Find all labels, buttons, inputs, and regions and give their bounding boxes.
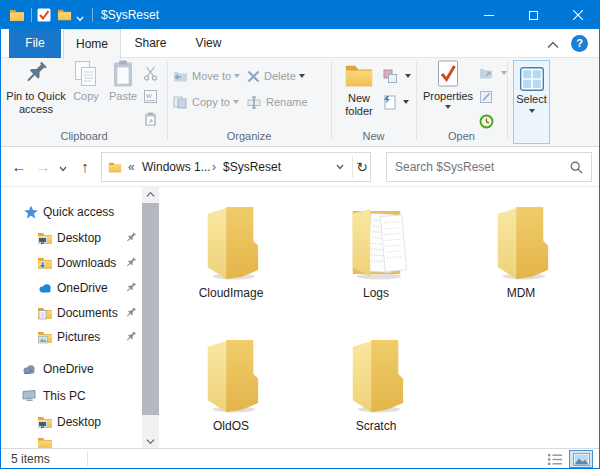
help-button[interactable]: ? [571,35,588,52]
file-item-scratch[interactable]: Scratch [321,332,431,433]
address-bar[interactable]: « Windows 1... › $SysReset ↻ [101,152,371,182]
close-button[interactable] [555,1,600,29]
qat-new-folder-icon[interactable] [57,7,72,25]
new-item-button[interactable] [383,66,411,86]
desktop-folder-icon [37,414,53,430]
address-toolbar: ← → ↑ « Windows 1... › $SysReset ↻ [1,147,599,187]
scroll-down-button[interactable] [142,434,159,448]
select-grid-icon [520,67,544,91]
explorer-window: $SysReset File Home Share View ? Pin to … [0,0,600,469]
file-label: Scratch [321,419,431,433]
file-item-mdm[interactable]: MDM [466,199,576,300]
forward-button[interactable]: → [33,157,53,177]
chevron-down-icon [59,166,67,172]
scroll-up-button[interactable] [142,187,159,201]
app-folder-icon [9,7,25,26]
sidebar-item-quick-access[interactable]: Quick access [1,200,141,224]
sidebar-item-desktop[interactable]: Desktop [1,226,141,250]
tab-share[interactable]: Share [122,29,179,58]
collapse-ribbon-button[interactable] [547,38,561,50]
address-dropdown-button[interactable] [330,153,350,181]
select-label: Select [514,93,549,106]
file-list[interactable]: CloudImage Logs MDM OldOS Scratch [161,187,600,448]
pin-icon [125,232,137,244]
sidebar-item-pictures[interactable]: Pictures [1,325,141,349]
chevron-down-icon [146,439,155,444]
pushpin-icon [23,60,49,88]
minimize-button[interactable] [466,1,511,29]
select-button[interactable]: Select [513,60,550,144]
sidebar-item-onedrive-pinned[interactable]: OneDrive [1,276,141,300]
qat-customize-arrow-icon[interactable] [76,11,84,25]
sidebar-item-partial[interactable] [1,437,141,448]
tab-home[interactable]: Home [63,29,121,59]
qat-properties-icon[interactable] [37,8,51,25]
easy-access-button[interactable] [383,92,409,112]
group-divider [507,62,508,140]
move-to-label: Move to [192,70,231,82]
tab-file[interactable]: File [9,29,61,58]
copy-path-button[interactable]: W [143,86,162,106]
easy-access-icon [383,95,396,110]
properties-button[interactable]: Properties [421,60,475,109]
open-button[interactable] [479,63,507,83]
file-label: CloudImage [176,286,286,300]
rename-button[interactable]: Rename [247,92,308,112]
details-view-button[interactable] [543,450,567,468]
file-label: OldOS [176,419,286,433]
thumbnail-view-button[interactable] [569,450,593,468]
folder-icon [37,437,53,448]
sidebar-scrollbar[interactable] [142,187,159,448]
dropdown-arrow [403,100,409,104]
maximize-button[interactable] [511,1,556,29]
sidebar-item-downloads[interactable]: Downloads [1,251,141,275]
maximize-icon [529,11,538,20]
edit-button[interactable] [479,87,497,107]
this-pc-monitor-icon [21,388,37,404]
navigation-pane: Quick access Desktop Downloads [1,187,161,448]
sidebar-item-documents[interactable]: Documents [1,301,141,325]
search-box[interactable] [386,152,592,182]
forward-arrow-icon: → [36,158,51,175]
breadcrumb-collapsed[interactable]: « [128,160,135,174]
scrollbar-thumb[interactable] [142,203,159,415]
cut-button[interactable] [143,63,162,83]
search-input[interactable] [395,154,565,180]
new-folder-button[interactable]: New folder [337,60,381,118]
tab-view[interactable]: View [180,29,237,58]
file-label: Logs [321,286,431,300]
pin-to-quick-access-button[interactable]: Pin to Quick access [5,60,67,116]
pictures-folder-icon [37,329,53,345]
title-bar[interactable]: $SysReset [1,1,599,29]
file-item-logs[interactable]: Logs [321,199,431,300]
sidebar-item-onedrive[interactable]: OneDrive [1,357,141,381]
file-item-oldos[interactable]: OldOS [176,332,286,433]
up-button[interactable]: ↑ [75,157,95,177]
recent-locations-button[interactable] [56,157,70,177]
breadcrumb-parent[interactable]: Windows 1... [142,160,211,174]
paste-button[interactable]: Paste [105,60,141,103]
desktop-folder-icon [37,230,53,246]
chevron-up-icon [146,192,155,197]
move-to-button[interactable]: Move to [173,66,240,86]
refresh-button[interactable]: ↻ [353,153,371,181]
copy-path-icon: W [143,89,158,104]
file-item-cloudimage[interactable]: CloudImage [176,199,286,300]
copy-to-button[interactable]: Copy to [173,92,239,112]
onedrive-cloud-icon [21,361,37,377]
edit-icon [479,90,493,104]
quick-access-star-icon [23,204,39,220]
details-view-icon [547,453,563,466]
copy-button[interactable]: Copy [69,60,103,103]
onedrive-cloud-icon [37,280,53,296]
paste-shortcut-button[interactable] [143,109,162,129]
back-button[interactable]: ← [9,157,29,177]
history-button[interactable] [479,111,498,131]
new-group-label: New [331,130,416,144]
search-icon[interactable] [570,161,583,177]
delete-button[interactable]: Delete [247,66,305,86]
paste-icon [111,60,135,88]
sidebar-item-this-pc-desktop[interactable]: Desktop [1,410,141,434]
breadcrumb-current[interactable]: $SysReset [223,160,281,174]
sidebar-item-this-pc[interactable]: This PC [1,384,141,408]
